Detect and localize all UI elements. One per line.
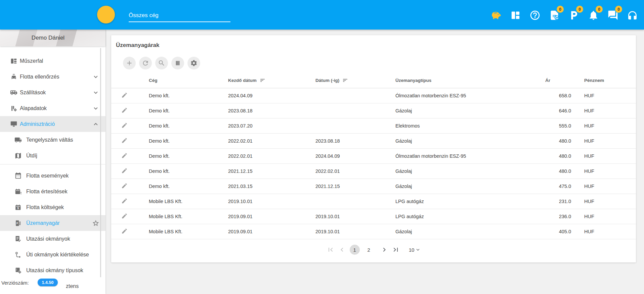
document-requests-button[interactable]: 0 [548, 9, 561, 21]
edit-row-button[interactable] [121, 198, 128, 204]
piggy-bank-button[interactable] [490, 9, 502, 21]
columns-button[interactable] [171, 57, 184, 69]
sidebar-item-utdij[interactable]: Útdíj [0, 148, 105, 163]
sidebar-item-muszerfal[interactable]: Műszerfal [0, 53, 105, 69]
sidebar-item-tengelyszam-valtas[interactable]: Tengelyszám váltás [0, 132, 105, 148]
support-button[interactable] [626, 9, 639, 21]
chevron-left-icon [338, 246, 346, 254]
sidebar-item-uzemanyagar[interactable]: FÜzemanyagár [0, 215, 105, 231]
sidebar-item-flotta-esemenyek[interactable]: Flotta események [0, 168, 105, 184]
page-size-select[interactable]: 10 [409, 247, 421, 253]
cell-end_date [315, 103, 395, 118]
sidebar-item-label: Flotta ellenőrzés [20, 74, 59, 80]
cell-price: 480.0 [541, 133, 576, 148]
sidebar-item-flotta-ellenorzes[interactable]: Flotta ellenőrzés [0, 69, 105, 85]
cell-start_date: 2019.09.01 [228, 224, 315, 239]
cell-start_date: 2023.07.20 [228, 118, 315, 133]
edit-row-button[interactable] [121, 213, 128, 219]
cell-price: 236.0 [541, 209, 576, 224]
cell-edit [111, 88, 149, 103]
sidebar-item-adminisztracio[interactable]: Adminisztráció [0, 116, 105, 132]
cell-edit [111, 148, 149, 163]
search-button[interactable] [155, 57, 168, 69]
star-outline-icon[interactable] [92, 219, 99, 227]
edit-row-button[interactable] [121, 107, 128, 113]
cell-currency: HUF [576, 194, 636, 209]
sidebar-item-label: Alapadatok [20, 105, 47, 111]
sidebar-item-alapadatok[interactable]: Alapadatok [0, 100, 105, 116]
cell-price: 480.0 [541, 148, 576, 163]
edit-row-button[interactable] [121, 137, 128, 144]
edit-row-button[interactable] [121, 228, 128, 234]
refresh-button[interactable] [139, 57, 152, 69]
menu-divider [0, 164, 105, 164]
add-button[interactable] [123, 57, 136, 69]
sidebar-item-szallitasok[interactable]: Szállítások [0, 85, 105, 100]
cell-edit [111, 163, 149, 179]
next-page-button[interactable] [380, 245, 389, 254]
help-button[interactable] [529, 9, 541, 21]
sidebar-item-label: Szállítások [20, 90, 46, 96]
version-label: Verziószám: [1, 280, 29, 286]
cell-start_date: 2019.09.01 [228, 209, 315, 224]
column-header-end_date[interactable]: Dátum (-ig) [315, 73, 395, 88]
edit-row-button[interactable] [121, 92, 128, 98]
sidebar-item-uti-okmanyok-kiertekelese[interactable]: Úti okmányok kiértékelése [0, 247, 105, 262]
column-label: Üzemanyagtípus [395, 78, 431, 83]
table-row: Demo kft.2022.02.012023.08.18Gázolaj480.… [111, 133, 636, 148]
parking-badge: 0 [576, 6, 583, 13]
user-menu[interactable]: Demo Dániel [0, 30, 105, 46]
grid-icon [510, 10, 521, 21]
cell-company: Demo kft. [149, 148, 228, 163]
column-header-start_date[interactable]: Kezdő dátum [228, 73, 315, 88]
document-requests-badge: 0 [557, 6, 564, 13]
edit-row-button[interactable] [121, 152, 128, 159]
page-button-2[interactable]: 2 [364, 245, 374, 255]
cell-price: 658.0 [541, 88, 576, 103]
cell-fuel_type: Ólmozatlan motorbenzin ESZ-95 [395, 148, 541, 163]
table-row: Demo kft.2021.03.152021.12.15Gázolaj475.… [111, 179, 636, 194]
sort-icon [342, 78, 348, 83]
page-title: Üzemanyagárak [116, 42, 159, 49]
sidebar-scrollbar[interactable] [100, 48, 101, 292]
cell-edit [111, 103, 149, 118]
monitor-icon [10, 120, 17, 128]
pagination: 1210 [111, 243, 636, 257]
edit-row-button[interactable] [121, 183, 128, 189]
settings-button[interactable] [187, 57, 200, 69]
company-select[interactable]: Összes cég [129, 11, 230, 22]
table-row: Mobile LBS Kft.2019.09.012019.10.01Gázol… [111, 224, 636, 239]
sidebar-item-label: Üzemanyagár [26, 220, 60, 226]
column-header-edit [111, 73, 149, 88]
sidebar-item-utazasi-okmanyok[interactable]: Utazási okmányok [0, 231, 105, 247]
cell-fuel_type: Ólmozatlan motorbenzin ESZ-95 [395, 88, 541, 103]
cell-edit [111, 179, 149, 194]
parking-button[interactable]: 0 [568, 9, 580, 21]
collapse-sidebar-button[interactable] [97, 6, 115, 23]
sidebar-item-utazasi-okmany-tipusok[interactable]: Utazási okmány típusok [0, 262, 105, 278]
sidebar-menu: MűszerfalFlotta ellenőrzésSzállításokAla… [0, 46, 105, 294]
cell-company: Demo kft. [149, 103, 228, 118]
calendar-icon [14, 172, 22, 180]
table-row: Demo kft.2024.04.09Ólmozatlan motorbenzi… [111, 88, 636, 103]
first-page-button[interactable] [326, 245, 335, 254]
apps-button[interactable] [509, 9, 522, 21]
cell-end_date: 2024.04.09 [315, 148, 395, 163]
edit-row-button[interactable] [121, 122, 128, 129]
page-button-1[interactable]: 1 [350, 245, 360, 255]
cell-currency: HUF [576, 118, 636, 133]
previous-page-button[interactable] [338, 245, 346, 254]
cell-edit [111, 133, 149, 148]
chevron-down-icon [415, 247, 421, 253]
messages-button[interactable]: 0 [607, 9, 619, 21]
sidebar-item-flotta-ertesitesek[interactable]: Flotta értesítések [0, 184, 105, 199]
cell-price: 475.0 [541, 179, 576, 194]
last-page-button[interactable] [391, 245, 400, 254]
piggy-bank-icon [490, 10, 502, 21]
notifications-button[interactable]: 0 [587, 9, 600, 21]
column-label: Dátum (-ig) [315, 78, 339, 83]
cell-end_date: 2023.08.18 [315, 133, 395, 148]
fuel-table-head-row: CégKezdő dátumDátum (-ig)ÜzemanyagtípusÁ… [111, 73, 636, 88]
sidebar-item-flotta-koltsegek[interactable]: $Flotta költségek [0, 199, 105, 215]
edit-row-button[interactable] [121, 167, 128, 174]
